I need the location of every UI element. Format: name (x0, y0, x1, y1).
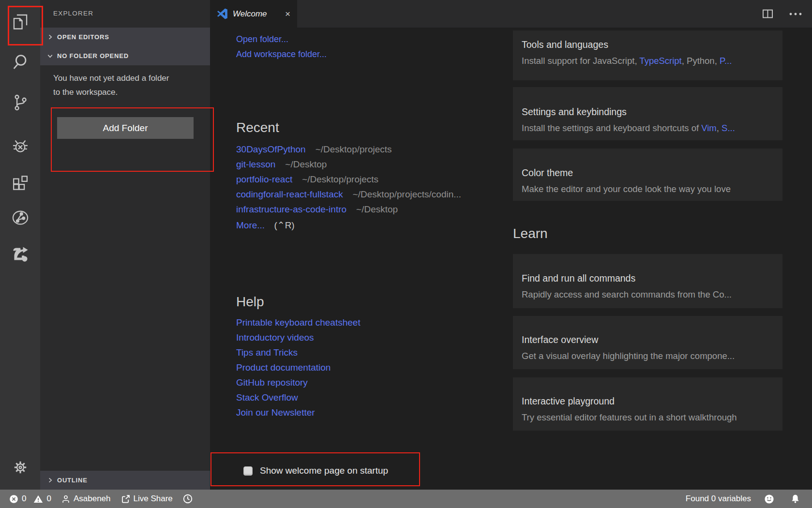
card-title: Interface overview (522, 333, 773, 346)
split-editor-icon[interactable] (761, 7, 774, 20)
extensions-icon[interactable] (11, 175, 29, 193)
recent-item-link[interactable]: git-lesson (236, 159, 275, 169)
more-link[interactable]: More... (236, 220, 265, 230)
vscode-logo-icon (217, 8, 228, 19)
live-share-label: Live Share (134, 494, 173, 504)
notifications-item[interactable] (790, 493, 803, 504)
more-shortcut-hint: (⌃R) (274, 220, 294, 230)
card-find-and-run-all-commands[interactable]: Find and run all commandsRapidly access … (513, 254, 782, 308)
startup-option: Show welcome page on startup (243, 464, 388, 478)
card-inline-link[interactable]: S... (722, 123, 735, 133)
card-description: Install support for JavaScript, TypeScri… (522, 55, 773, 67)
recent-item-path: ~/Desktop/projects (316, 144, 392, 154)
recent-item: 30DaysOfPython~/Desktop/projects (236, 142, 461, 157)
sidebar-title: EXPLORER (53, 10, 93, 17)
help-heading: Help (236, 294, 361, 310)
card-title: Color theme (522, 166, 773, 179)
card-description: Get a visual overlay highlighting the ma… (522, 350, 773, 362)
circle-branch-icon[interactable] (11, 209, 30, 226)
help-link[interactable]: Stack Overflow (236, 390, 361, 405)
vscode-window: EXPLORER OPEN EDITORS NO FOLDER OPENED Y… (0, 0, 812, 508)
chevron-right-icon (47, 34, 53, 40)
learn-cards: Find and run all commandsRapidly access … (513, 254, 782, 431)
card-description: Make the editor and your code look the w… (522, 183, 773, 195)
card-inline-link[interactable]: P... (720, 56, 732, 66)
card-settings-and-keybindings[interactable]: Settings and keybindingsInstall the sett… (513, 87, 782, 140)
error-icon (9, 494, 19, 504)
search-icon[interactable] (11, 53, 29, 71)
tab-welcome[interactable]: Welcome × (210, 0, 297, 28)
card-color-theme[interactable]: Color themeMake the editor and your code… (513, 149, 782, 201)
recent-section: Recent 30DaysOfPython~/Desktop/projectsg… (236, 120, 461, 231)
settings-gear-icon[interactable] (12, 459, 29, 476)
card-inline-link[interactable]: Vim (701, 123, 717, 133)
section-open-editors[interactable]: OPEN EDITORS (40, 28, 210, 46)
debug-bug-icon[interactable] (11, 137, 29, 155)
problems-indicator[interactable]: 0 0 (9, 494, 51, 504)
live-share-item[interactable]: Live Share (120, 494, 173, 504)
files-explorer-icon[interactable] (11, 12, 30, 30)
recent-list: 30DaysOfPython~/Desktop/projectsgit-less… (236, 142, 461, 217)
section-label: NO FOLDER OPENED (57, 52, 129, 60)
help-link[interactable]: Join our Newsletter (236, 405, 361, 420)
variables-status: Found 0 variables (686, 494, 751, 504)
start-link[interactable]: Add workspace folder... (236, 49, 327, 59)
section-no-folder-opened[interactable]: NO FOLDER OPENED (40, 46, 210, 65)
activity-bar (0, 0, 40, 490)
recent-item-link[interactable]: 30DaysOfPython (236, 144, 306, 154)
chevron-down-icon (47, 53, 53, 59)
recent-item-path: ~/Desktop/projects/codin... (353, 189, 461, 199)
start-link[interactable]: New file (236, 28, 267, 29)
warning-icon (33, 494, 44, 504)
tab-bar: Welcome × (210, 0, 812, 28)
error-count: 0 (22, 494, 26, 504)
account-name: Asabeneh (74, 494, 111, 504)
help-link[interactable]: Introductory videos (236, 330, 361, 345)
card-inline-link[interactable]: TypeScript (639, 56, 681, 66)
add-folder-button[interactable]: Add Folder (57, 117, 194, 139)
card-interactive-playground[interactable]: Interactive playgroundTry essential edit… (513, 377, 782, 431)
card-description: Rapidly access and search commands from … (522, 289, 773, 300)
card-description: Try essential editor features out in a s… (522, 412, 773, 423)
card-interface-overview[interactable]: Interface overviewGet a visual overlay h… (513, 316, 782, 369)
recent-item: git-lesson~/Desktop (236, 157, 461, 172)
help-list: Printable keyboard cheatsheetIntroductor… (236, 315, 361, 420)
source-control-icon[interactable] (11, 94, 29, 112)
card-text: , (717, 123, 722, 133)
chevron-right-icon (47, 477, 53, 483)
recent-item-path: ~/Desktop (356, 204, 398, 214)
card-text: Rapidly access and search commands from … (522, 289, 732, 299)
explorer-sidebar: EXPLORER OPEN EDITORS NO FOLDER OPENED Y… (40, 0, 210, 490)
recent-item-path: ~/Desktop/projects (302, 174, 378, 184)
help-link[interactable]: Printable keyboard cheatsheet (236, 315, 361, 330)
person-icon (61, 494, 71, 504)
status-bar: 0 0 Asabeneh Live Share Found 0 variable… (0, 490, 812, 508)
section-label: OPEN EDITORS (57, 33, 109, 41)
help-section: Help Printable keyboard cheatsheetIntrod… (236, 294, 361, 420)
start-link[interactable]: Open folder... (236, 34, 288, 44)
warning-count: 0 (46, 494, 51, 504)
help-link[interactable]: Product documentation (236, 360, 361, 375)
clock-item[interactable] (182, 493, 196, 504)
section-outline[interactable]: OUTLINE (40, 471, 210, 490)
help-link[interactable]: Tips and Tricks (236, 345, 361, 360)
card-description: Install the settings and keyboard shortc… (522, 122, 773, 134)
help-link[interactable]: GitHub repository (236, 375, 361, 390)
customize-learn-column: Tools and languagesInstall support for J… (513, 30, 782, 431)
account-item[interactable]: Asabeneh (61, 494, 111, 504)
recent-item-link[interactable]: portfolio-react (236, 174, 292, 184)
recent-item: codingforall-react-fullstack~/Desktop/pr… (236, 187, 461, 202)
card-tools-and-languages[interactable]: Tools and languagesInstall support for J… (513, 30, 782, 80)
recent-item-link[interactable]: codingforall-react-fullstack (236, 189, 343, 199)
start-link-row: Add workspace folder... (236, 47, 327, 62)
recent-item-link[interactable]: infrastructure-as-code-intro (236, 204, 346, 214)
editor-actions (761, 0, 812, 28)
show-welcome-checkbox[interactable] (243, 466, 253, 476)
more-actions-icon[interactable] (789, 12, 802, 16)
start-link-row: Open folder... (236, 32, 327, 47)
share-arrow-icon[interactable] (11, 245, 30, 263)
feedback-smiley-item[interactable] (764, 493, 778, 505)
tab-close-icon[interactable]: × (285, 9, 290, 18)
recent-item-path: ~/Desktop (285, 159, 327, 169)
bell-icon (790, 493, 800, 504)
